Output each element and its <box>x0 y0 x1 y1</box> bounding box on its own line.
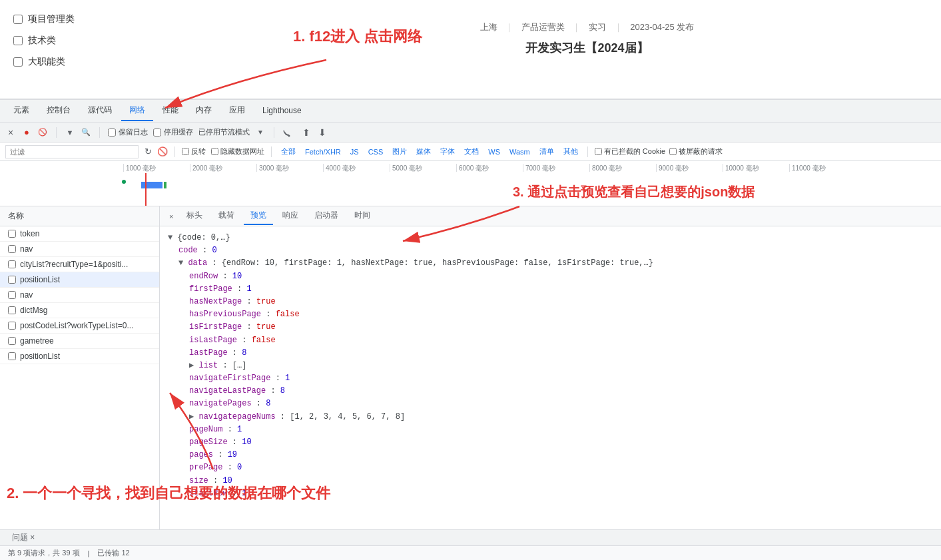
download-icon[interactable]: ⬇ <box>317 127 328 138</box>
throttle-dropdown-icon[interactable]: ▼ <box>255 127 266 138</box>
req-tab-preview[interactable]: 预览 <box>244 207 273 225</box>
filter-doc-btn[interactable]: 文档 <box>462 145 481 158</box>
file-item-7[interactable]: gametree <box>0 334 159 349</box>
filter-all-btn[interactable]: 全部 <box>278 145 298 158</box>
tick-9: 9000 毫秒 <box>656 164 723 172</box>
sep-filter2 <box>271 146 272 157</box>
file-checkbox-8[interactable] <box>8 352 16 360</box>
json-expand-0[interactable]: ▼ <box>168 233 177 242</box>
checkbox-bigfunc[interactable] <box>13 57 23 67</box>
clear-icon[interactable]: 🚫 <box>37 127 48 138</box>
upload-icon[interactable]: ⬆ <box>301 127 312 138</box>
tab-lighthouse[interactable]: Lighthouse <box>254 102 310 121</box>
filter-js-btn[interactable]: JS <box>348 146 362 157</box>
status-transferred: 已传输 12 <box>97 548 129 558</box>
checkbox-item-2[interactable]: 技术类 <box>13 35 75 47</box>
file-item-1[interactable]: nav <box>0 242 159 257</box>
filter-css-btn[interactable]: CSS <box>366 146 386 157</box>
req-tab-response[interactable]: 响应 <box>276 207 305 225</box>
filter-refresh-icon[interactable]: ↻ <box>143 146 153 157</box>
tab-memory[interactable]: 内存 <box>188 101 220 121</box>
file-checkbox-4[interactable] <box>8 291 16 299</box>
req-tab-headers[interactable]: 标头 <box>180 207 209 225</box>
checkbox-item-3[interactable]: 大职能类 <box>13 56 75 68</box>
tab-application[interactable]: 应用 <box>221 101 253 121</box>
json-key-lastpage: lastPage <box>189 348 228 358</box>
filter-bar: ↻ 🚫 反转 隐藏数据网址 全部 Fetch/XHR JS CSS 图片 媒体 … <box>0 142 941 161</box>
filter-reverse[interactable]: 反转 <box>182 146 206 156</box>
filter-hide-data-url-input[interactable] <box>211 148 218 155</box>
filter-icon[interactable]: ▼ <box>65 127 75 138</box>
file-item-6[interactable]: postCodeList?workTypeList=0... <box>0 318 159 334</box>
file-checkbox-5[interactable] <box>8 306 16 314</box>
tab-console[interactable]: 控制台 <box>39 101 79 121</box>
disable-cache-input[interactable] <box>153 129 161 137</box>
file-checkbox-1[interactable] <box>8 245 16 253</box>
req-tab-payload[interactable]: 载荷 <box>212 207 241 225</box>
file-item-0[interactable]: token <box>0 226 159 242</box>
right-panel: × 标头 载荷 预览 响应 启动器 时间 ▼ {code: 0,…} code … <box>160 206 941 560</box>
checkbox-item-1[interactable]: 项目管理类 <box>13 13 75 25</box>
sep-toolbar-2 <box>99 127 100 138</box>
file-item-8[interactable]: positionList <box>0 349 159 364</box>
json-expand-2[interactable]: ▼ <box>178 258 188 268</box>
preserve-log-check[interactable]: 保留日志 <box>108 127 148 137</box>
record-icon[interactable]: ● <box>21 127 32 138</box>
filter-blocked-cookie[interactable]: 有已拦截的 Cookie <box>595 146 665 156</box>
file-item-5[interactable]: dictMsg <box>0 303 159 318</box>
sep-filter <box>174 146 175 157</box>
req-tab-timing[interactable]: 时间 <box>348 207 377 225</box>
json-preview-panel[interactable]: ▼ {code: 0,…} code : 0 ▼ data : {endRow:… <box>160 226 941 560</box>
tab-elements[interactable]: 元素 <box>5 101 37 121</box>
json-key-navlast: navigateLastPage <box>189 386 266 396</box>
filter-wasm-btn[interactable]: Wasm <box>507 146 533 157</box>
filter-hide-data-url[interactable]: 隐藏数据网址 <box>211 146 264 156</box>
tab-sources[interactable]: 源代码 <box>80 101 120 121</box>
filter-other-btn[interactable]: 其他 <box>561 145 581 158</box>
filter-ws-btn[interactable]: WS <box>485 146 503 157</box>
filter-blocked-cookie-input[interactable] <box>595 148 602 155</box>
filter-img-btn[interactable]: 图片 <box>390 145 410 158</box>
checkbox-tech[interactable] <box>13 36 23 45</box>
filter-blocked-req-input[interactable] <box>669 148 677 155</box>
bottom-tab-issues[interactable]: 问题 × <box>5 529 41 546</box>
file-checkbox-0[interactable] <box>8 230 16 238</box>
filter-block-icon[interactable]: 🚫 <box>157 146 168 157</box>
req-tab-close[interactable]: × <box>165 210 177 223</box>
filter-manifest-btn[interactable]: 清单 <box>537 145 557 158</box>
disable-cache-check[interactable]: 停用缓存 <box>153 127 193 137</box>
json-expand-list[interactable]: ▶ <box>189 361 198 370</box>
file-item-4[interactable]: nav <box>0 288 159 303</box>
close-devtools-icon[interactable]: × <box>5 127 16 138</box>
filter-blocked-req[interactable]: 被屏蔽的请求 <box>669 146 723 156</box>
tab-performance[interactable]: 性能 <box>155 101 186 121</box>
json-line-2[interactable]: ▼ data : {endRow: 10, firstPage: 1, hasN… <box>168 257 933 270</box>
file-item-2[interactable]: cityList?recruitType=1&positi... <box>0 257 159 272</box>
status-requests: 第 9 项请求，共 39 项 <box>8 548 80 558</box>
file-checkbox-2[interactable] <box>8 260 16 268</box>
filter-media-btn[interactable]: 媒体 <box>414 145 434 158</box>
search-icon[interactable]: 🔍 <box>81 127 91 138</box>
tick-4: 4000 毫秒 <box>323 164 390 172</box>
checkbox-project-mgmt[interactable] <box>13 15 23 24</box>
filter-fetch-xhr-btn[interactable]: Fetch/XHR <box>302 146 344 157</box>
file-checkbox-3[interactable] <box>8 276 16 284</box>
tab-network[interactable]: 网络 <box>121 101 153 121</box>
file-item-3[interactable]: positionList <box>0 272 159 288</box>
json-line-pagenum: pageNum : 1 <box>168 423 933 436</box>
filter-input[interactable] <box>5 145 139 158</box>
filter-reverse-input[interactable] <box>182 148 189 155</box>
step1-annotation: 1. f12进入 点击网络 <box>293 27 422 47</box>
json-expand-navpagenums[interactable]: ▶ <box>189 412 198 421</box>
req-tab-initiator[interactable]: 启动器 <box>308 207 345 225</box>
file-name-1: nav <box>20 244 33 254</box>
json-line-1: code : 0 <box>168 244 933 257</box>
json-line-0[interactable]: ▼ {code: 0,…} <box>168 232 933 244</box>
preserve-log-input[interactable] <box>108 129 116 137</box>
json-line-list[interactable]: ▶ list : […] <box>168 360 933 372</box>
json-line-navpagenums[interactable]: ▶ navigatepageNums : [1, 2, 3, 4, 5, 6, … <box>168 411 933 423</box>
job-city: 上海 <box>480 22 497 32</box>
file-checkbox-6[interactable] <box>8 322 16 330</box>
filter-font-btn[interactable]: 字体 <box>438 145 458 158</box>
file-checkbox-7[interactable] <box>8 337 16 345</box>
